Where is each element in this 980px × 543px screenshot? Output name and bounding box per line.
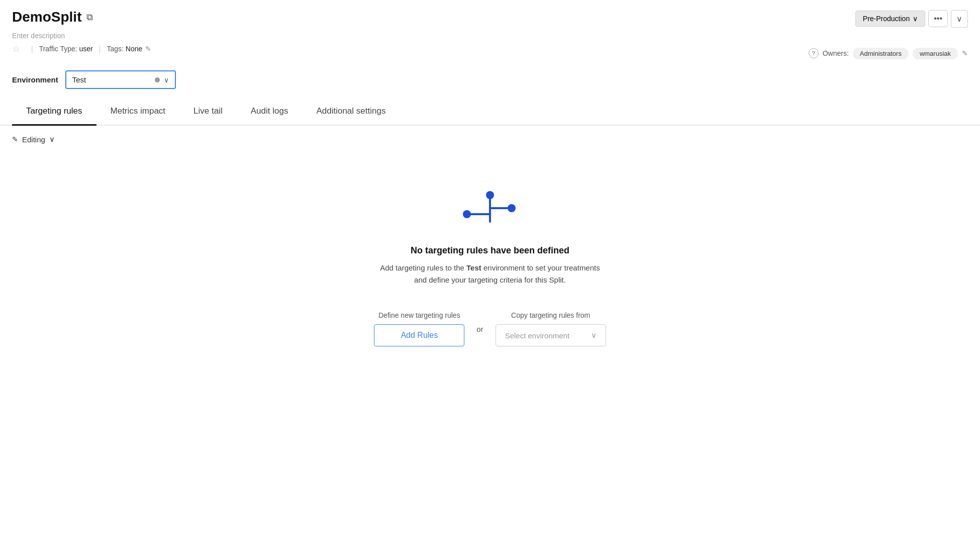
tab-targeting-rules[interactable]: Targeting rules <box>12 98 96 126</box>
tab-audit-logs[interactable]: Audit logs <box>237 98 303 126</box>
divider2: | <box>99 45 101 53</box>
environment-select[interactable]: Test ∨ <box>65 70 176 89</box>
editing-chevron-icon: ∨ <box>49 135 55 144</box>
main-content: No targeting rules have been defined Add… <box>0 149 980 367</box>
expand-btn[interactable]: ∨ <box>951 10 968 28</box>
tags-label-text: Tags: <box>107 45 123 53</box>
or-separator: or <box>476 325 483 333</box>
desc-env: Test <box>466 263 481 272</box>
copy-column: Copy targeting rules from Select environ… <box>496 311 606 346</box>
copy-label: Copy targeting rules from <box>511 311 590 319</box>
owner-badge-user: wmarusiak <box>913 48 958 59</box>
define-label: Define new targeting rules <box>378 311 460 319</box>
env-status-dot <box>155 77 160 82</box>
env-chevron-icon: ∨ <box>164 76 169 84</box>
tags-edit-icon[interactable]: ✎ <box>145 45 151 53</box>
traffic-type-label: Traffic Type: user <box>39 45 93 53</box>
empty-state-icon <box>460 179 520 231</box>
owners-label: Owners: <box>823 49 849 57</box>
editing-pencil-icon: ✎ <box>12 135 18 143</box>
add-rules-button[interactable]: Add Rules <box>374 324 464 346</box>
tab-metrics-impact[interactable]: Metrics impact <box>96 98 180 126</box>
divider1: | <box>31 45 33 53</box>
desc-part1: Add targeting rules to the <box>380 263 466 272</box>
tabs-bar: Targeting rules Metrics impact Live tail… <box>0 98 980 126</box>
meta-left: ☆ | Traffic Type: user | Tags: None ✎ <box>12 43 151 54</box>
top-right-controls: Pre-Production ∨ ••• ∨ <box>855 10 968 28</box>
dots-icon: ••• <box>934 14 942 23</box>
environment-switcher-btn[interactable]: Pre-Production ∨ <box>855 11 925 27</box>
title-area: DemoSplit ⧉ <box>12 9 93 25</box>
env-switcher-label: Pre-Production <box>863 15 910 23</box>
desc-part3: and define your targeting criteria for t… <box>414 276 566 284</box>
description-area: Enter description <box>0 31 980 43</box>
env-selected-value: Test <box>72 75 151 84</box>
description-placeholder: Enter description <box>12 32 65 40</box>
env-label: Environment <box>12 75 58 84</box>
tab-additional-settings[interactable]: Additional settings <box>302 98 400 126</box>
traffic-type-value: user <box>79 45 93 53</box>
tags-value: None <box>126 45 142 53</box>
define-column: Define new targeting rules Add Rules <box>374 311 464 346</box>
tags-label: Tags: None <box>107 45 142 53</box>
favorite-star-icon[interactable]: ☆ <box>12 43 20 54</box>
empty-state-title: No targeting rules have been defined <box>411 245 569 256</box>
expand-icon: ∨ <box>956 15 962 23</box>
tab-live-tail[interactable]: Live tail <box>179 98 237 126</box>
more-options-btn[interactable]: ••• <box>928 10 948 27</box>
desc-part2: environment to set your treatments <box>481 263 600 272</box>
owners-help-icon[interactable]: ? <box>809 48 819 58</box>
owner-badge-admin: Administrators <box>853 48 909 59</box>
owners-edit-icon[interactable]: ✎ <box>962 49 968 57</box>
svg-point-5 <box>463 210 471 218</box>
env-switcher-chevron-icon: ∨ <box>913 15 918 23</box>
page-title: DemoSplit <box>12 9 81 25</box>
svg-point-1 <box>486 191 494 199</box>
top-bar: DemoSplit ⧉ Pre-Production ∨ ••• ∨ <box>0 0 980 31</box>
environment-row: Environment Test ∨ <box>0 70 980 98</box>
select-env-chevron-icon: ∨ <box>591 331 597 340</box>
select-environment-btn[interactable]: Select environment ∨ <box>496 324 606 346</box>
actions-row: Define new targeting rules Add Rules or … <box>374 311 606 346</box>
traffic-type-label-text: Traffic Type: <box>39 45 77 53</box>
copy-title-icon[interactable]: ⧉ <box>86 12 93 23</box>
empty-state-description: Add targeting rules to the Test environm… <box>380 262 600 286</box>
select-env-placeholder: Select environment <box>505 331 569 340</box>
meta-full-row: ☆ | Traffic Type: user | Tags: None ✎ ? … <box>0 43 980 70</box>
svg-point-3 <box>508 204 516 212</box>
owners-area: ? Owners: Administrators wmarusiak ✎ <box>809 48 968 59</box>
editing-label: Editing <box>22 135 45 144</box>
editing-bar[interactable]: ✎ Editing ∨ <box>0 126 980 149</box>
